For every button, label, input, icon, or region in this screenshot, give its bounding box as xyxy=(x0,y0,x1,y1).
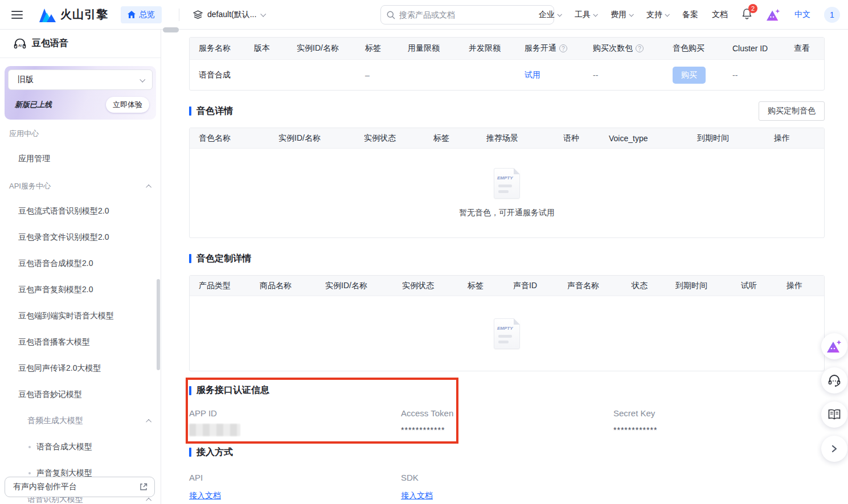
empty-document-icon: EMPTY xyxy=(494,318,520,349)
main-content: 服务名称 版本 实例ID/名称 标签 用量限额 并发限额 服务开通 ? 购买次数… xyxy=(161,30,848,504)
notification-bell[interactable]: 2 xyxy=(742,8,752,22)
col-actions: 操作 xyxy=(765,133,824,144)
nav-menu-docs[interactable]: 文档 xyxy=(712,10,728,20)
col-actions: 操作 xyxy=(777,281,824,291)
scrollbar-thumb[interactable] xyxy=(163,27,179,32)
divider xyxy=(179,9,179,21)
cluster-id-cell: -- xyxy=(723,71,785,80)
sdk-doc-link[interactable]: 接入文档 xyxy=(401,491,433,501)
api-label: API xyxy=(189,473,401,482)
col-tag: 标签 xyxy=(356,43,399,54)
sidebar-item-model[interactable]: 豆包声音复刻模型2.0 xyxy=(0,277,161,303)
brand-logo[interactable]: 火山引擎 xyxy=(39,7,108,22)
col-recommended-scene: 推荐场景 xyxy=(477,133,554,144)
sidebar-item-app-management[interactable]: 应用管理 xyxy=(0,146,161,172)
nav-menu-billing[interactable]: 费用 xyxy=(611,10,633,20)
nav-menu-beian[interactable]: 备案 xyxy=(682,10,698,20)
ai-assistant-icon[interactable] xyxy=(766,8,781,22)
sidebar-scrollbar-thumb[interactable] xyxy=(157,279,160,370)
trial-link[interactable]: 试用 xyxy=(525,70,540,79)
auth-section-title: 服务接口认证信息 xyxy=(189,384,825,396)
col-instance-id: 实例ID/名称 xyxy=(316,281,393,291)
chevron-down-icon xyxy=(593,12,597,17)
nav-menu-support[interactable]: 支持 xyxy=(646,10,669,20)
custom-voice-table: 产品类型 商品名称 实例ID/名称 实例状态 标签 声音ID 声音名称 状态 到… xyxy=(189,275,825,371)
chevron-down-icon xyxy=(665,12,669,17)
sidebar-product-title: AI 豆包语音 xyxy=(0,30,161,58)
app-id-field: APP ID xyxy=(189,408,401,436)
hamburger-menu-icon[interactable] xyxy=(11,11,23,19)
collapse-panel-button[interactable] xyxy=(821,436,847,462)
app-id-redacted-value xyxy=(189,424,240,436)
help-icon[interactable]: ? xyxy=(559,44,567,52)
empty-document-icon: EMPTY xyxy=(494,168,520,199)
auth-section: 服务接口认证信息 APP ID Access Token ***********… xyxy=(189,384,825,436)
notification-count-badge: 2 xyxy=(748,4,757,13)
access-method-title: 接入方式 xyxy=(189,446,233,458)
chevron-up-icon xyxy=(146,184,151,190)
col-instance-status: 实例状态 xyxy=(355,133,424,144)
buy-custom-voice-button[interactable]: 购买定制音色 xyxy=(759,101,825,121)
ai-mountain-icon xyxy=(826,339,842,354)
project-name: default(默认... xyxy=(207,10,256,20)
chevron-down-icon xyxy=(557,12,562,17)
custom-voice-table-header: 产品类型 商品名称 实例ID/名称 实例状态 标签 声音ID 声音名称 状态 到… xyxy=(190,276,824,296)
access-token-field: Access Token ************ xyxy=(401,408,613,436)
chevron-down-icon xyxy=(140,76,145,82)
language-switch[interactable]: 中文 xyxy=(794,10,810,20)
col-version: 版本 xyxy=(245,43,288,54)
sidebar-item-model[interactable]: 豆包语音播客大模型 xyxy=(0,329,161,355)
chevron-down-icon xyxy=(261,11,267,17)
api-access: API 接入文档 xyxy=(189,473,401,501)
empty-text: 暂无音色，可开通服务试用 xyxy=(459,208,555,218)
overview-badge[interactable]: 总览 xyxy=(121,6,162,23)
sidebar-item-model[interactable]: 豆包端到端实时语音大模型 xyxy=(0,303,161,329)
headset-support-icon xyxy=(827,374,841,387)
version-banner: 旧版 新版已上线 立即体验 xyxy=(5,66,156,120)
audio-creation-platform-link[interactable]: 有声内容创作平台 xyxy=(5,477,155,497)
ai-assistant-button[interactable] xyxy=(821,333,847,359)
pack-cell: -- xyxy=(584,71,663,80)
sidebar-item-model[interactable]: 豆包录音文件识别模型2.0 xyxy=(0,224,161,251)
sidebar-item-model[interactable]: 豆包语音妙记模型 xyxy=(0,382,161,408)
sidebar-section-api-center[interactable]: API服务中心 xyxy=(0,172,161,198)
chevron-up-icon xyxy=(146,419,151,424)
access-token-label: Access Token xyxy=(401,408,613,418)
buy-button[interactable]: 购买 xyxy=(673,67,706,84)
version-select[interactable]: 旧版 xyxy=(8,69,153,90)
search-input[interactable] xyxy=(399,10,536,19)
col-product-type: 产品类型 xyxy=(190,281,251,291)
documentation-button[interactable] xyxy=(821,401,847,428)
global-search[interactable] xyxy=(380,5,554,24)
col-voice-purchase: 音色购买 xyxy=(663,43,723,54)
sidebar-item-model[interactable]: 豆包语音合成模型2.0 xyxy=(0,251,161,277)
chevron-up-icon xyxy=(146,497,151,503)
service-table: 服务名称 版本 实例ID/名称 标签 用量限额 并发限额 服务开通 ? 购买次数… xyxy=(189,37,825,91)
sidebar-group-audio-generation[interactable]: 音频生成大模型 xyxy=(0,408,161,434)
search-icon xyxy=(387,11,395,19)
nav-menu-enterprise[interactable]: 企业 xyxy=(539,10,561,20)
nav-menu-tools[interactable]: 工具 xyxy=(575,10,597,20)
api-doc-link[interactable]: 接入文档 xyxy=(189,491,221,501)
sidebar-item-model[interactable]: 豆包流式语音识别模型2.0 xyxy=(0,198,161,224)
voice-table: 音色名称 实例ID/名称 实例状态 标签 推荐场景 语种 Voice_type … xyxy=(189,128,825,238)
svg-text:AI: AI xyxy=(18,44,22,47)
avatar[interactable]: 1 xyxy=(824,7,840,23)
top-navbar: 火山引擎 总览 default(默认... 企业 工具 费用 支持 xyxy=(0,0,848,30)
volcano-logo-icon xyxy=(39,7,56,22)
col-usage-quota: 用量限额 xyxy=(399,43,460,54)
col-expire-time: 到期时间 xyxy=(688,133,765,144)
try-now-button[interactable]: 立即体验 xyxy=(106,97,149,113)
sidebar-item-tts-large-model[interactable]: 语音合成大模型 xyxy=(0,434,161,460)
col-cluster-id: Cluster ID xyxy=(723,44,785,53)
col-concurrency-quota: 并发限额 xyxy=(460,43,515,54)
help-icon[interactable]: ? xyxy=(636,44,644,52)
col-instance-status: 实例状态 xyxy=(393,281,458,291)
sidebar-item-model[interactable]: 豆包同声传译2.0大模型 xyxy=(0,355,161,382)
chevron-down-icon xyxy=(629,12,633,17)
col-view: 查看 xyxy=(785,43,824,54)
col-language: 语种 xyxy=(554,133,600,144)
project-selector[interactable]: default(默认... xyxy=(193,10,265,20)
col-product-name: 商品名称 xyxy=(251,281,316,291)
customer-service-button[interactable] xyxy=(821,367,847,394)
